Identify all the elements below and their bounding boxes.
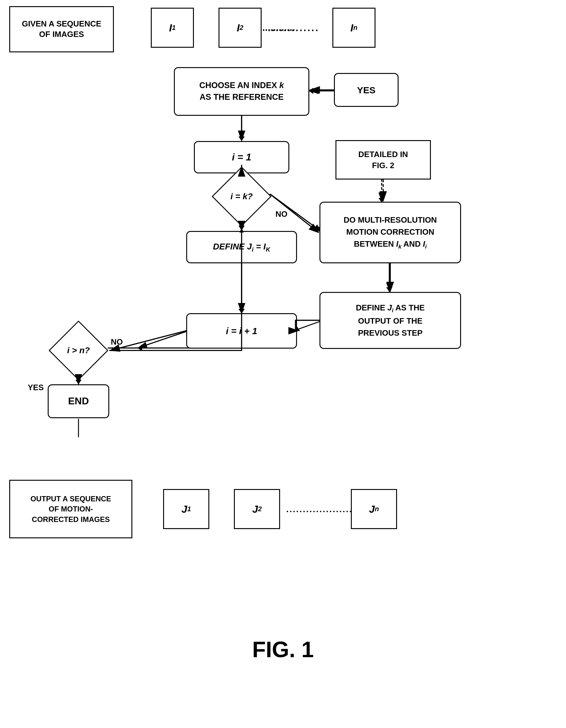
image-In-box: In: [332, 8, 375, 48]
svg-marker-12: [239, 309, 245, 313]
define-ji-output-box: DEFINE Ji AS THEOUTPUT OF THEPREVIOUS ST…: [319, 292, 461, 349]
diamond-i-eq-k: i = k?: [211, 166, 273, 227]
dots-top: .............: [268, 22, 319, 34]
output-sequence-box: OUTPUT A SEQUENCEOF MOTION-CORRECTED IMA…: [9, 480, 132, 538]
image-Jn-box: Jn: [351, 489, 397, 529]
diamond-i-eq-k-label: i = k?: [231, 192, 253, 201]
i-eq-i-plus-1-box: i = i + 1: [186, 313, 297, 349]
no-label-in: NO: [111, 337, 123, 347]
image-I2-box: I2: [219, 8, 262, 48]
image-J1-box: J1: [163, 489, 209, 529]
image-I1-box: I1: [151, 8, 194, 48]
multi-resolution-box: DO MULTI-RESOLUTIONMOTION CORRECTIONBETW…: [319, 202, 461, 263]
svg-line-15: [293, 320, 323, 331]
svg-marker-14: [386, 287, 392, 292]
fig-title: FIG. 1: [0, 637, 566, 662]
choose-index-box: CHOOSE AN INDEX kAS THE REFERENCE: [174, 67, 309, 116]
diamond-i-gt-n-label: i > n?: [67, 346, 90, 355]
begin-box: YES: [334, 73, 398, 107]
end-box: END: [48, 384, 109, 418]
image-J2-box: J2: [234, 489, 280, 529]
svg-line-34: [138, 331, 187, 348]
no-label-ik: NO: [276, 209, 287, 219]
define-ji-ik-box: DEFINE Ji = IK: [186, 231, 297, 263]
yes-label-in: YES: [28, 383, 44, 392]
svg-line-17: [138, 331, 188, 348]
svg-marker-4: [239, 136, 245, 141]
diagram: .............: [0, 0, 566, 677]
svg-marker-2: [309, 88, 313, 94]
svg-marker-18: [138, 344, 142, 351]
given-sequence-box: GIVEN A SEQUENCE OF IMAGES: [9, 6, 114, 52]
diamond-i-gt-n: i > n?: [48, 320, 109, 381]
detailed-fig2-box: DETAILED INFIG. 2: [335, 140, 431, 180]
